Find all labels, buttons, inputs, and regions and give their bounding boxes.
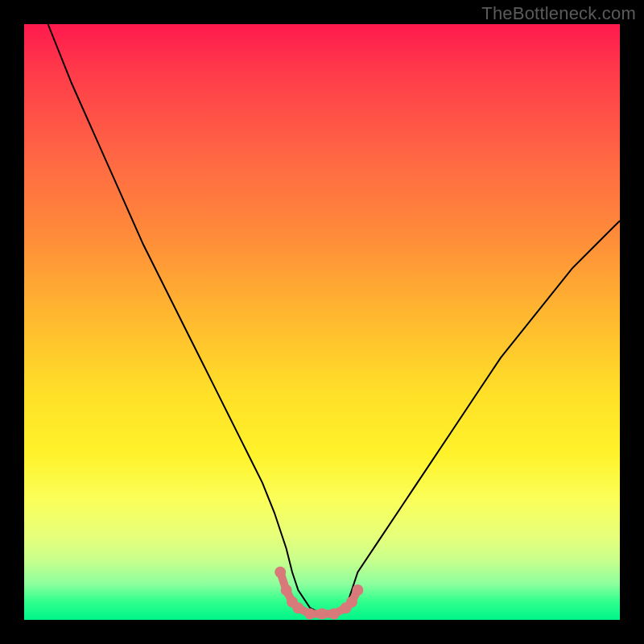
chart-svg [24, 24, 620, 620]
bottom-marker-dot [328, 609, 340, 620]
watermark-text: TheBottleneck.com [481, 3, 636, 24]
bottom-marker-dot [281, 584, 292, 596]
bottom-marker-dot [304, 609, 316, 620]
bottleneck-curve [48, 24, 620, 614]
chart-frame: TheBottleneck.com [0, 0, 644, 644]
plot-area [24, 24, 620, 620]
bottom-marker-dot [346, 597, 357, 608]
bottom-marker-dot [352, 584, 363, 596]
bottom-marker-dot [275, 567, 286, 578]
bottom-marker-dot [316, 609, 328, 620]
bottom-marker-dot [292, 602, 303, 613]
